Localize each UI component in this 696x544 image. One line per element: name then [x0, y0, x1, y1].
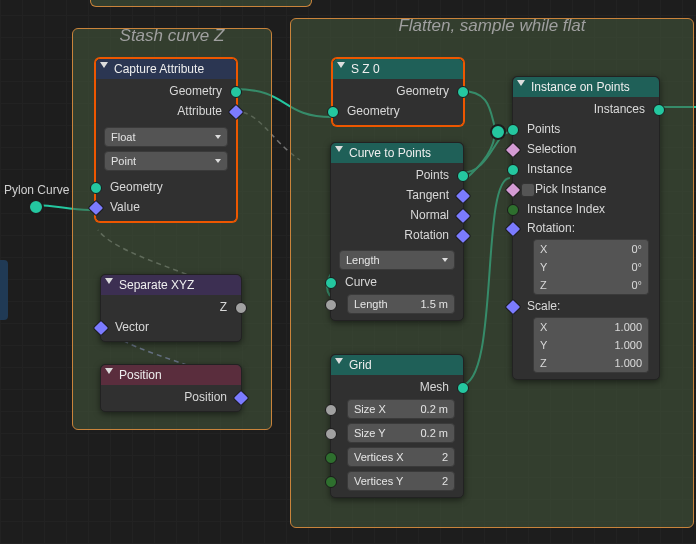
node-instance-on-points[interactable]: Instance on Points Instances Points Sele… [512, 76, 660, 380]
vec-value: 1.000 [614, 354, 642, 372]
socket-label: Geometry [347, 104, 400, 118]
dropdown-data-type[interactable]: Float [104, 127, 228, 147]
socket-label: Instances [594, 102, 645, 116]
vec-value: 1.000 [614, 318, 642, 336]
chevron-down-icon [442, 258, 448, 262]
vec-value: 1.000 [614, 336, 642, 354]
field-label: Vertices Y [354, 475, 403, 487]
chevron-down-icon [215, 135, 221, 139]
field-value: 0.2 m [420, 427, 448, 439]
socket-instance-index-in[interactable] [507, 204, 519, 216]
side-panel-hint [0, 260, 8, 320]
socket-length-in[interactable] [325, 299, 337, 311]
node-title[interactable]: Separate XYZ [101, 275, 241, 295]
socket-label: Instance [527, 162, 572, 176]
vec-value: 0° [631, 240, 642, 258]
socket-label: Geometry [396, 84, 449, 98]
socket-instance-in[interactable] [507, 164, 519, 176]
socket-z-out[interactable] [235, 302, 247, 314]
field-value: 0.2 m [420, 403, 448, 415]
socket-vx-in[interactable] [325, 452, 337, 464]
vec-axis: Y [540, 258, 547, 276]
dropdown-mode[interactable]: Length [339, 250, 455, 270]
chevron-down-icon [105, 278, 113, 284]
socket-sizex-in[interactable] [325, 404, 337, 416]
node-title-text: S Z 0 [351, 62, 380, 76]
node-title[interactable]: Capture Attribute [96, 59, 236, 79]
socket-instances-out[interactable] [653, 104, 665, 116]
node-title[interactable]: Grid [331, 355, 463, 375]
node-curve-to-points[interactable]: Curve to Points Points Tangent Normal Ro… [330, 142, 464, 321]
dropdown-label: Point [111, 155, 136, 167]
socket-geometry-out[interactable] [457, 86, 469, 98]
socket-label: Geometry [110, 180, 163, 194]
dropdown-domain[interactable]: Point [104, 151, 228, 171]
socket-label: Points [416, 168, 449, 182]
reroute-sz0[interactable] [490, 124, 506, 140]
vec-axis: Z [540, 354, 547, 372]
reroute-pylon[interactable] [28, 199, 44, 215]
chevron-down-icon [335, 146, 343, 152]
socket-label: Rotation [404, 228, 449, 242]
chevron-down-icon [215, 159, 221, 163]
vec-axis: Z [540, 276, 547, 294]
node-title-text: Curve to Points [349, 146, 431, 160]
socket-label: Points [527, 122, 560, 136]
chevron-down-icon [517, 80, 525, 86]
vector-scale[interactable]: X1.000 Y1.000 Z1.000 [513, 315, 659, 375]
vec-axis: X [540, 240, 547, 258]
section-label-text: Scale: [527, 299, 560, 313]
socket-geometry-in[interactable] [90, 182, 102, 194]
node-capture-attribute[interactable]: Capture Attribute Geometry Attribute Flo… [95, 58, 237, 222]
node-position[interactable]: Position Position [100, 364, 242, 412]
chevron-down-icon [100, 62, 108, 68]
node-title[interactable]: Position [101, 365, 241, 385]
socket-label: Vector [115, 320, 149, 334]
checkbox-pick-instance[interactable] [521, 183, 535, 197]
socket-label: Attribute [177, 104, 222, 118]
field-length[interactable]: Length 1.5 m [347, 294, 455, 314]
socket-curve-in[interactable] [325, 277, 337, 289]
field-value: 1.5 m [420, 298, 448, 310]
node-title[interactable]: Instance on Points [513, 77, 659, 97]
socket-label: Tangent [406, 188, 449, 202]
frame-hint-top [90, 0, 312, 7]
frame-title: Stash curve Z [73, 26, 271, 46]
socket-geometry-out[interactable] [230, 86, 242, 98]
node-title[interactable]: S Z 0 [333, 59, 463, 79]
node-grid[interactable]: Grid Mesh Size X 0.2 m Size Y 0.2 m Vert… [330, 354, 464, 498]
node-sz0[interactable]: S Z 0 Geometry Geometry [332, 58, 464, 126]
chevron-down-icon [337, 62, 345, 68]
node-separate-xyz[interactable]: Separate XYZ Z Vector [100, 274, 242, 342]
socket-geometry-in[interactable] [327, 106, 339, 118]
dropdown-label: Float [111, 131, 135, 143]
field-label: Length [354, 298, 388, 310]
node-title-text: Position [119, 368, 162, 382]
field-vertices-x[interactable]: Vertices X 2 [347, 447, 455, 467]
node-title-text: Separate XYZ [119, 278, 194, 292]
socket-sizey-in[interactable] [325, 428, 337, 440]
field-size-y[interactable]: Size Y 0.2 m [347, 423, 455, 443]
chevron-down-icon [335, 358, 343, 364]
socket-vy-in[interactable] [325, 476, 337, 488]
socket-label: Position [184, 390, 227, 404]
socket-points-in[interactable] [507, 124, 519, 136]
chevron-down-icon [105, 368, 113, 374]
socket-mesh-out[interactable] [457, 382, 469, 394]
field-label: Size Y [354, 427, 386, 439]
checkbox-label: Pick Instance [535, 182, 606, 196]
node-title-text: Instance on Points [531, 80, 630, 94]
socket-label: Curve [345, 275, 377, 289]
socket-label: Mesh [420, 380, 449, 394]
socket-points-out[interactable] [457, 170, 469, 182]
field-vertices-y[interactable]: Vertices Y 2 [347, 471, 455, 491]
field-size-x[interactable]: Size X 0.2 m [347, 399, 455, 419]
socket-label: Instance Index [527, 202, 605, 216]
node-title[interactable]: Curve to Points [331, 143, 463, 163]
vec-value: 0° [631, 258, 642, 276]
node-title-text: Capture Attribute [114, 62, 204, 76]
field-value: 2 [442, 475, 448, 487]
field-label: Vertices X [354, 451, 404, 463]
socket-label: Z [220, 300, 227, 314]
vector-rotation[interactable]: X0° Y0° Z0° [513, 237, 659, 297]
